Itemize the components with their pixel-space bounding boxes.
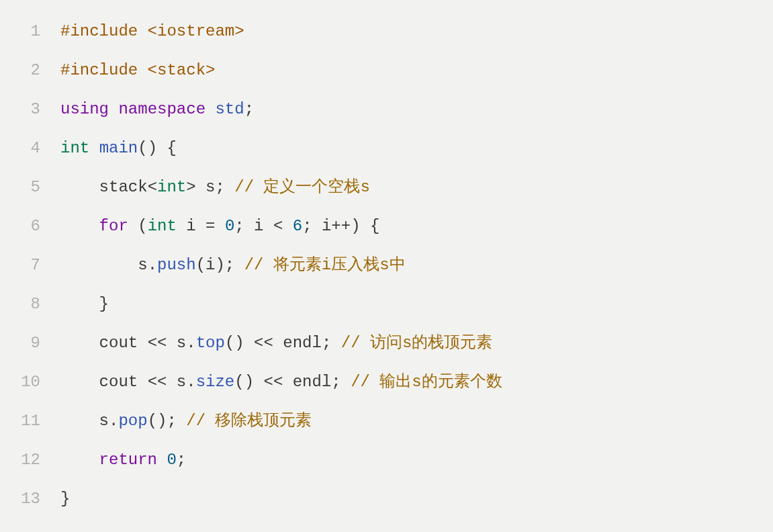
code-token: ; [177,448,186,472]
code-token [283,214,292,238]
code-token: int [157,175,186,200]
code-token: int [148,214,177,238]
line-number: 2 [0,51,40,90]
code-token: size [196,370,235,394]
code-line[interactable]: } [60,285,773,324]
code-token: // 访问s的栈顶元素 [341,331,493,355]
code-token: s [99,409,109,433]
code-token: . [186,331,195,355]
code-line[interactable]: return 0; [60,441,773,480]
code-token: cout [99,370,148,394]
code-token: #include <stack> [60,58,215,83]
code-token: s [167,370,186,394]
code-token: 0 [225,214,234,238]
code-line[interactable]: s.pop(); // 移除栈顶元素 [60,402,773,441]
line-number: 10 [0,363,40,402]
line-number: 4 [0,129,40,168]
code-token: cout [99,331,148,355]
code-area[interactable]: #include <iostream>#include <stack>using… [60,12,773,519]
code-token: . [148,253,157,277]
code-line[interactable]: int main() { [60,129,773,168]
code-token: ; [322,331,341,355]
code-token: namespace [118,97,206,122]
code-token: // 输出s的元素个数 [351,370,502,394]
code-token: #include <iostream> [60,19,244,44]
line-number: 3 [0,90,40,129]
code-line[interactable]: for (int i = 0; i < 6; i++) { [60,207,773,246]
code-token: << [148,370,167,394]
indent [60,214,99,238]
code-token: << [148,331,167,355]
code-token: << [263,370,283,394]
code-token: (); [148,409,187,433]
indent [60,253,138,277]
indent [60,292,99,316]
code-line[interactable]: cout << s.top() << endl; // 访问s的栈顶元素 [60,324,773,363]
code-token: for [99,214,128,238]
code-token: main [99,136,138,161]
line-number: 12 [0,441,40,480]
line-number: 6 [0,207,40,246]
line-number: 5 [0,168,40,207]
code-token: // 定义一个空栈s [234,175,370,200]
code-token: i [177,214,206,238]
code-token: // 将元素i压入栈s中 [244,253,406,277]
code-token: s [167,331,186,355]
code-token: pop [118,409,147,433]
code-line[interactable]: stack<int> s; // 定义一个空栈s [60,168,773,207]
indent [60,409,99,433]
code-token [109,97,118,122]
code-token: top [196,331,225,355]
code-token: ( [128,214,148,238]
code-token: > s; [186,175,234,200]
code-token: = [206,214,215,238]
code-token: ; [244,97,254,122]
code-token: << [254,331,273,355]
code-token: } [60,487,70,511]
code-token: int [60,136,89,161]
code-line[interactable]: s.push(i); // 将元素i压入栈s中 [60,246,773,285]
code-token [206,97,215,122]
line-number: 7 [0,246,40,285]
code-token [215,214,224,238]
code-line[interactable]: using namespace std; [60,90,773,129]
code-token: (i); [196,253,244,277]
code-line[interactable]: #include <iostream> [60,12,773,51]
code-token: ) { [351,214,379,238]
code-token: std [215,97,244,122]
code-token [157,448,167,472]
indent [60,370,99,394]
line-number: 11 [0,402,40,441]
code-line[interactable]: cout << s.size() << endl; // 输出s的元素个数 [60,363,773,402]
code-token: ; [331,370,351,394]
code-token: endl [283,370,331,394]
code-token: } [99,292,109,316]
code-token: endl [273,331,322,355]
code-token: < [148,175,157,200]
code-editor: 12345678910111213 #include <iostream>#in… [0,12,773,519]
code-line[interactable]: #include <stack> [60,51,773,90]
indent [60,331,99,355]
line-number: 9 [0,324,40,363]
code-token: . [109,409,118,433]
code-token: () [225,331,254,355]
code-token: ; i [234,214,273,238]
code-token: () { [138,136,177,161]
code-token: return [99,448,157,472]
code-token: ; i [302,214,331,238]
code-token: 6 [293,214,302,238]
code-token: () [234,370,263,394]
code-token: . [186,370,195,394]
code-token: push [157,253,196,277]
code-token: ++ [331,214,351,238]
code-token: stack [99,175,148,200]
code-token: using [60,97,109,122]
line-number: 8 [0,285,40,324]
code-line[interactable]: } [60,480,773,519]
line-number-gutter: 12345678910111213 [0,12,60,519]
code-token: 0 [167,448,176,472]
line-number: 1 [0,12,40,51]
indent [60,448,99,472]
code-token: // 移除栈顶元素 [186,409,312,433]
code-token: < [273,214,283,238]
